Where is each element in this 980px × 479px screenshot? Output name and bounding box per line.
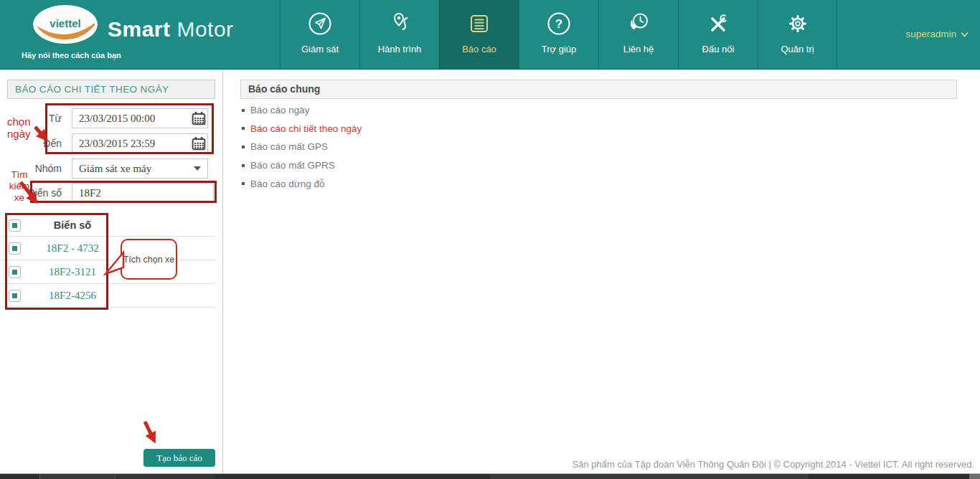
page: viettel Smart Motor Hãy nói theo cách củ…: [0, 0, 980, 479]
tab-lien-he[interactable]: Liên hệ: [598, 0, 678, 70]
sidebar-panel-title: BÁO CÁO CHI TIẾT THEO NGÀY: [7, 80, 215, 99]
checkbox-check-icon: [12, 223, 17, 228]
taskbar-segment: [969, 474, 980, 479]
username: superadmin: [905, 29, 956, 39]
from-calendar-icon[interactable]: [192, 111, 206, 125]
copyright-footer: Sản phẩm của Tập đoàn Viễn Thông Quân Độ…: [573, 459, 975, 470]
to-date-input[interactable]: [72, 133, 208, 153]
checkbox-check-icon: [12, 246, 17, 251]
top-nav-bar: viettel Smart Motor Hãy nói theo cách củ…: [0, 0, 980, 70]
from-date-input[interactable]: [72, 108, 208, 128]
vehicle-table: Biển số 18F2 - 4732 18F2-3121 18F2-4256: [0, 214, 215, 308]
crossed-tools-icon: [705, 10, 732, 37]
row-checkbox[interactable]: [9, 242, 21, 255]
navigation-compass-icon: [306, 10, 334, 37]
bullet-icon: [242, 146, 245, 148]
tab-label: Hành trình: [378, 44, 422, 54]
checkbox-check-icon: [12, 270, 17, 275]
plate-value[interactable]: 18F2-4256: [37, 290, 108, 302]
report-link-detail-by-day[interactable]: Báo cáo chi tiết theo ngày: [242, 120, 362, 138]
report-filter-sidebar: BÁO CÁO CHI TIẾT THEO NGÀY Từ Đến: [0, 70, 222, 474]
bullet-icon: [242, 182, 245, 185]
row-checkbox[interactable]: [9, 290, 21, 302]
report-link-gps-loss[interactable]: Báo cáo mất GPS: [242, 138, 362, 156]
bullet-icon: [242, 164, 245, 167]
tab-label: Liên hệ: [623, 44, 654, 54]
brand-tagline: Hãy nói theo cách của bạn: [22, 51, 121, 60]
report-link-stop-park[interactable]: Báo cáo dừng đỗ: [242, 174, 362, 193]
report-group-header: Báo cáo chung: [240, 80, 957, 99]
row-checkbox[interactable]: [9, 266, 21, 278]
report-link-gprs-loss[interactable]: Báo cáo mất GPRS: [242, 156, 362, 175]
group-label: Nhóm: [0, 158, 68, 179]
viettel-logo-text: viettel: [50, 17, 80, 29]
create-report-button[interactable]: Tạo báo cáo: [143, 449, 215, 467]
tab-giam-sat[interactable]: Giám sát: [280, 0, 359, 70]
app-title-light: Motor: [176, 17, 233, 41]
table-row[interactable]: 18F2 - 4732: [0, 237, 215, 260]
viettel-logo-icon: viettel: [32, 4, 99, 45]
tab-tro-giup[interactable]: ? Trợ giúp: [519, 0, 598, 70]
vehicle-table-header: Biển số: [0, 214, 215, 237]
plate-search-input[interactable]: [72, 183, 214, 203]
from-label: Từ: [0, 108, 68, 128]
bullet-icon: [242, 109, 245, 112]
tab-label: Báo cáo: [462, 44, 496, 54]
select-caret-icon: [194, 166, 201, 171]
tab-label: Trợ giúp: [542, 44, 577, 54]
tab-label: Đấu nối: [702, 44, 735, 54]
taskbar-segment: [115, 474, 215, 479]
table-row[interactable]: 18F2-4256: [0, 284, 215, 308]
phone-clock-icon: [625, 10, 652, 37]
checkbox-check-icon: [12, 293, 17, 298]
app-title: Smart Motor: [108, 17, 234, 42]
report-list-icon: [466, 10, 493, 37]
select-all-checkbox[interactable]: [9, 219, 21, 232]
main-nav-tabs: Giám sát Hành trình: [280, 0, 837, 70]
help-question-icon: ?: [545, 10, 573, 37]
chevron-down-icon: [961, 32, 969, 37]
taskbar-strip: [0, 474, 980, 479]
plate-value[interactable]: 18F2-3121: [37, 266, 108, 278]
app-title-bold: Smart: [108, 17, 171, 41]
gear-icon: [784, 10, 811, 37]
to-label: Đến: [0, 133, 68, 153]
group-select-value: Giám sát xe máy: [79, 163, 194, 175]
taskbar-segment: [39, 474, 115, 479]
report-link-daily[interactable]: Báo cáo ngày: [242, 101, 362, 120]
plate-column-header: Biển số: [37, 219, 108, 231]
tab-hanh-trinh[interactable]: Hành trình: [359, 0, 439, 70]
route-pin-icon: [386, 10, 413, 37]
tab-label: Quản trị: [781, 44, 814, 54]
plate-label: Biển số: [0, 183, 68, 203]
table-row[interactable]: 18F2-3121: [0, 260, 215, 284]
tab-dau-noi[interactable]: Đấu nối: [678, 0, 758, 70]
tab-quan-tri[interactable]: Quản trị: [758, 0, 837, 70]
to-calendar-icon[interactable]: [192, 136, 206, 151]
user-menu[interactable]: superadmin: [905, 29, 969, 39]
taskbar-segment: [490, 474, 809, 479]
plate-value[interactable]: 18F2 - 4732: [37, 242, 108, 255]
bullet-icon: [242, 127, 245, 130]
svg-text:?: ?: [555, 17, 562, 31]
report-link-list: Báo cáo ngày Báo cáo chi tiết theo ngày …: [242, 101, 362, 193]
tab-bao-cao[interactable]: Báo cáo: [439, 0, 519, 70]
report-main-area: Báo cáo chung Báo cáo ngày Báo cáo chi t…: [223, 70, 980, 474]
group-select[interactable]: Giám sát xe máy: [72, 158, 208, 179]
tab-label: Giám sát: [301, 44, 339, 54]
